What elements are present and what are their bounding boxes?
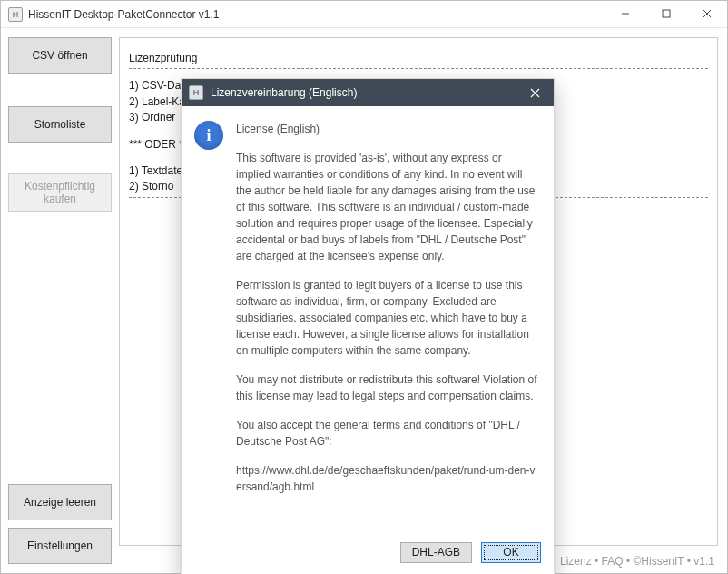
divider bbox=[129, 68, 708, 69]
sidebar: CSV öffnen Stornoliste Kostenpflichtig k… bbox=[1, 28, 119, 573]
maximize-button[interactable] bbox=[645, 1, 686, 27]
footer-link-license[interactable]: Lizenz bbox=[560, 555, 592, 568]
buy-button[interactable]: Kostenpflichtig kaufen bbox=[8, 173, 112, 212]
stornoliste-button[interactable]: Stornoliste bbox=[8, 106, 112, 143]
client-area: CSV öffnen Stornoliste Kostenpflichtig k… bbox=[1, 28, 727, 573]
info-icon: i bbox=[194, 121, 223, 150]
license-paragraph: Permission is granted to legit buyers of… bbox=[236, 277, 537, 359]
dhl-agb-button[interactable]: DHL-AGB bbox=[400, 542, 472, 563]
window-title: HissenIT Desktop-PaketConnector v1.1 bbox=[28, 8, 605, 21]
dialog-title: Lizenzvereinbarung (Englisch) bbox=[211, 86, 521, 99]
settings-button[interactable]: Einstellungen bbox=[8, 528, 112, 564]
dialog-close-button[interactable] bbox=[521, 82, 548, 104]
clear-display-button[interactable]: Anzeige leeren bbox=[8, 484, 112, 520]
close-button[interactable] bbox=[686, 1, 727, 27]
dialog-button-row: DHL-AGB OK bbox=[182, 537, 554, 574]
main-window: H HissenIT Desktop-PaketConnector v1.1 C… bbox=[0, 0, 728, 574]
dialog-app-icon: H bbox=[189, 85, 203, 100]
titlebar: H HissenIT Desktop-PaketConnector v1.1 bbox=[1, 1, 727, 28]
dialog-body: i License (English) This software is pro… bbox=[182, 106, 554, 537]
minimize-button[interactable] bbox=[605, 1, 645, 27]
dialog-titlebar: H Lizenzvereinbarung (Englisch) bbox=[182, 79, 554, 106]
window-controls bbox=[605, 1, 727, 28]
footer-link-faq[interactable]: FAQ bbox=[602, 555, 624, 568]
license-heading: License (English) bbox=[236, 121, 537, 137]
license-paragraph: You may not distribute or redistribute t… bbox=[236, 371, 537, 404]
license-url: https://www.dhl.de/de/geschaeftskunden/p… bbox=[236, 462, 537, 495]
app-icon: H bbox=[8, 7, 23, 22]
ok-button[interactable]: OK bbox=[481, 542, 541, 563]
license-paragraph: This software is provided 'as-is', witho… bbox=[236, 150, 537, 264]
csv-open-button[interactable]: CSV öffnen bbox=[8, 37, 112, 74]
svg-rect-1 bbox=[663, 10, 670, 17]
license-dialog: H Lizenzvereinbarung (Englisch) i Licens… bbox=[181, 78, 555, 574]
log-heading: Lizenzprüfung bbox=[129, 51, 708, 66]
footer-copyright: ©HissenIT • v1.1 bbox=[633, 555, 714, 568]
license-paragraph: You also accept the general terms and co… bbox=[236, 417, 537, 450]
